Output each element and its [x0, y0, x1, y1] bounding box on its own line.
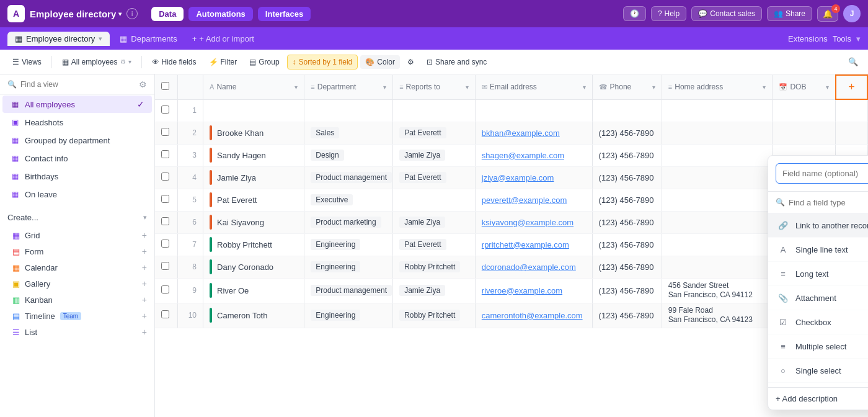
- filter-btn[interactable]: ⚡ Filter: [204, 55, 242, 69]
- row-checkbox[interactable]: [161, 285, 169, 294]
- row-department-cell[interactable]: Sales: [304, 122, 393, 144]
- sidebar-item-contact-info[interactable]: ▦ Contact info: [2, 150, 152, 167]
- info-icon[interactable]: i: [126, 8, 138, 19]
- row-address-cell[interactable]: [662, 166, 773, 189]
- sidebar-item-headshots[interactable]: ▣ Headshots: [2, 114, 152, 131]
- row-phone-cell[interactable]: (123) 456-7890: [592, 303, 662, 328]
- avatar[interactable]: J: [843, 5, 861, 22]
- row-email-cell[interactable]: riveroe@example.com: [475, 278, 592, 303]
- search-btn[interactable]: 🔍: [846, 55, 861, 69]
- color-btn[interactable]: 🎨 Color: [360, 55, 400, 69]
- create-form-btn[interactable]: ▤ Form +: [7, 243, 147, 259]
- data-tab-btn[interactable]: Data: [151, 7, 184, 21]
- col-header-email[interactable]: ✉ Email address ▾: [475, 75, 592, 99]
- row-checkbox[interactable]: [161, 240, 169, 248]
- row-email-cell[interactable]: rpritchett@example.com: [475, 233, 592, 256]
- create-gallery-btn[interactable]: ▣ Gallery +: [7, 276, 147, 292]
- col-header-department[interactable]: ≡ Department ▾: [304, 75, 393, 99]
- field-type-long-text[interactable]: ≡ Long text: [768, 262, 868, 286]
- select-all-checkbox[interactable]: [161, 82, 169, 90]
- row-department-cell[interactable]: [304, 99, 393, 122]
- row-checkbox[interactable]: [161, 310, 169, 318]
- sidebar-gear-icon[interactable]: ⚙: [139, 79, 147, 89]
- row-checkbox[interactable]: [161, 150, 169, 158]
- field-type-user[interactable]: 👤 User: [768, 383, 868, 387]
- col-header-reports-to[interactable]: ≡ Reports to ▾: [393, 75, 476, 99]
- sort-btn[interactable]: ↕ Sorted by 1 field: [287, 55, 358, 70]
- col-header-home-address[interactable]: ≡ Home address ▾: [662, 75, 773, 99]
- help-btn[interactable]: ? Help: [651, 6, 686, 21]
- row-department-cell[interactable]: Engineering: [304, 233, 393, 256]
- row-name-cell[interactable]: Dany Coronado: [203, 256, 304, 278]
- field-name-input[interactable]: [776, 163, 868, 184]
- field-type-link-record[interactable]: 🔗 Link to another record ›: [768, 213, 868, 238]
- create-list-btn[interactable]: ☰ List +: [7, 324, 147, 340]
- row-email-cell[interactable]: [475, 99, 592, 122]
- row-email-cell[interactable]: camerontoth@example.com: [475, 303, 592, 328]
- share-btn[interactable]: 👥 Share: [767, 6, 812, 21]
- row-email-cell[interactable]: ksiyavong@example.com: [475, 211, 592, 233]
- row-reports-to-cell[interactable]: Jamie Ziya: [393, 144, 476, 166]
- row-phone-cell[interactable]: (123) 456-7890: [592, 189, 662, 211]
- row-height-btn[interactable]: ⚙: [402, 55, 419, 69]
- row-department-cell[interactable]: Product marketing: [304, 211, 393, 233]
- row-checkbox[interactable]: [161, 217, 169, 225]
- sidebar-item-grouped-department[interactable]: ▦ Grouped by department: [2, 132, 152, 149]
- col-add-btn[interactable]: +: [836, 75, 867, 99]
- create-calendar-btn[interactable]: ▦ Calendar +: [7, 259, 147, 276]
- row-phone-cell[interactable]: [592, 99, 662, 122]
- tab-departments[interactable]: ▦ Departments: [112, 32, 184, 46]
- row-checkbox[interactable]: [161, 105, 169, 114]
- all-employees-view-btn[interactable]: ▦ All employees ⚙ ▾: [57, 55, 136, 69]
- row-name-cell[interactable]: Pat Everett: [203, 189, 304, 211]
- row-department-cell[interactable]: Product management: [304, 166, 393, 189]
- app-logo[interactable]: A: [7, 5, 25, 22]
- views-toggle-btn[interactable]: ☰ Views: [7, 55, 46, 69]
- row-reports-to-cell[interactable]: Pat Everett: [393, 122, 476, 144]
- field-type-checkbox[interactable]: ☑ Checkbox: [768, 310, 868, 334]
- row-reports-to-cell[interactable]: Pat Everett: [393, 233, 476, 256]
- row-address-cell[interactable]: 99 Fale RoadSan Francisco, CA 94123: [662, 303, 773, 328]
- row-phone-cell[interactable]: (123) 456-7890: [592, 122, 662, 144]
- field-type-multiple-select[interactable]: ≡ Multiple select: [768, 334, 868, 359]
- row-address-cell[interactable]: [662, 99, 773, 122]
- row-address-cell[interactable]: [662, 122, 773, 144]
- row-name-cell[interactable]: Kai Siyavong: [203, 211, 304, 233]
- row-checkbox[interactable]: [161, 195, 169, 203]
- row-email-cell[interactable]: jziya@example.com: [475, 166, 592, 189]
- row-reports-to-cell[interactable]: Pat Everett: [393, 166, 476, 189]
- share-sync-btn[interactable]: ⊡ Share and sync: [422, 55, 492, 69]
- col-header-name[interactable]: A Name ▾: [203, 75, 304, 99]
- add-tab-btn[interactable]: + + Add or import: [187, 32, 259, 46]
- row-address-cell[interactable]: [662, 256, 773, 278]
- row-department-cell[interactable]: Product management: [304, 278, 393, 303]
- row-email-cell[interactable]: bkhan@example.com: [475, 122, 592, 144]
- history-btn[interactable]: 🕐: [623, 6, 646, 21]
- create-grid-btn[interactable]: ▦ Grid +: [7, 227, 147, 243]
- group-btn[interactable]: ▤ Group: [244, 55, 284, 69]
- hide-fields-btn[interactable]: 👁 Hide fields: [147, 55, 202, 69]
- row-department-cell[interactable]: Executive: [304, 189, 393, 211]
- row-name-cell[interactable]: Cameron Toth: [203, 303, 304, 328]
- add-description-btn[interactable]: + Add description: [776, 394, 838, 403]
- app-title[interactable]: Employee directory ▾: [30, 9, 122, 19]
- row-phone-cell[interactable]: (123) 456-7890: [592, 211, 662, 233]
- notification-btn[interactable]: 🔔 4: [817, 6, 838, 22]
- sidebar-item-on-leave[interactable]: ▦ On leave: [2, 186, 152, 203]
- row-phone-cell[interactable]: (123) 456-7890: [592, 233, 662, 256]
- row-name-cell[interactable]: Jamie Ziya: [203, 166, 304, 189]
- row-phone-cell[interactable]: (123) 456-7890: [592, 256, 662, 278]
- row-reports-to-cell[interactable]: Robby Pritchett: [393, 256, 476, 278]
- field-type-single-line[interactable]: A Single line text: [768, 238, 868, 262]
- row-reports-to-cell[interactable]: [393, 99, 476, 122]
- row-name-cell[interactable]: Sandy Hagen: [203, 144, 304, 166]
- row-phone-cell[interactable]: (123) 456-7890: [592, 144, 662, 166]
- create-timeline-btn[interactable]: ▤ Timeline Team +: [7, 308, 147, 324]
- row-name-cell[interactable]: Brooke Khan: [203, 122, 304, 144]
- sidebar-item-all-employees[interactable]: ▦ All employees ✓: [2, 96, 152, 113]
- row-phone-cell[interactable]: (123) 456-7890: [592, 166, 662, 189]
- row-reports-to-cell[interactable]: Robby Pritchett: [393, 303, 476, 328]
- row-email-cell[interactable]: peverett@example.com: [475, 189, 592, 211]
- row-name-cell[interactable]: Robby Pritchett: [203, 233, 304, 256]
- row-address-cell[interactable]: [662, 189, 773, 211]
